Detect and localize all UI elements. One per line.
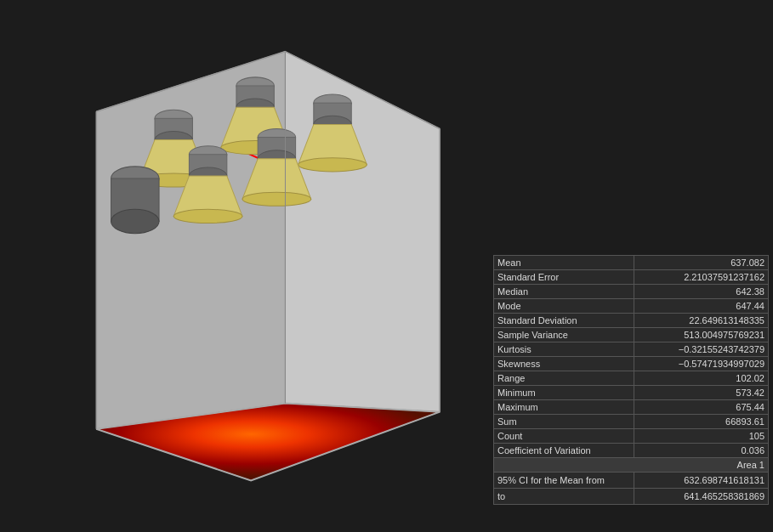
stat-label: Sum (494, 415, 634, 429)
ci-from-value: 632.698741618131 (634, 473, 769, 489)
area-label: Area 1 (494, 458, 769, 473)
statistics-table: Mean637.082Standard Error2.2103759123716… (493, 255, 769, 505)
stat-value: 102.02 (634, 371, 769, 386)
stat-label: Maximum (494, 400, 634, 415)
stat-value: 22.649613148335 (634, 314, 769, 328)
scene-area: L (0, 0, 485, 532)
stat-value: −0.57471934997029 (634, 357, 769, 371)
stats-row: Sample Variance513.004975769231 (494, 328, 769, 342)
stat-value: 642.38 (634, 285, 769, 299)
stat-label: Skewness (494, 357, 634, 371)
stat-value: 637.082 (634, 256, 769, 270)
stats-row: Sum66893.61 (494, 415, 769, 429)
stats-row: Kurtosis−0.32155243742379 (494, 342, 769, 357)
ci-to-value: 641.465258381869 (634, 489, 769, 505)
stats-panel: Mean637.082Standard Error2.2103759123716… (485, 0, 773, 532)
stat-label: Median (494, 285, 634, 299)
stats-row: Minimum573.42 (494, 386, 769, 400)
ci-row: 95% CI for the Mean from632.698741618131 (494, 473, 769, 489)
stats-row: Maximum675.44 (494, 400, 769, 415)
stats-row: Skewness−0.57471934997029 (494, 357, 769, 371)
stat-value: 0.036 (634, 444, 769, 458)
stats-row: Mode647.44 (494, 299, 769, 314)
stat-label: Sample Variance (494, 328, 634, 342)
stats-row: Coefficient of Variation0.036 (494, 444, 769, 458)
stat-value: −0.32155243742379 (634, 342, 769, 357)
stats-row: Median642.38 (494, 285, 769, 299)
stat-value: 513.004975769231 (634, 328, 769, 342)
stat-label: Range (494, 371, 634, 386)
stats-row: Range102.02 (494, 371, 769, 386)
svg-point-25 (111, 209, 160, 233)
stat-value: 675.44 (634, 400, 769, 415)
stat-value: 2.21037591237162 (634, 270, 769, 285)
stat-label: Coefficient of Variation (494, 444, 634, 458)
svg-point-35 (242, 192, 311, 206)
ci-label: 95% CI for the Mean from (494, 473, 634, 489)
svg-point-22 (298, 158, 367, 172)
stat-value: 66893.61 (634, 415, 769, 429)
stat-value: 105 (634, 429, 769, 444)
stats-header-row: Area 1 (494, 458, 769, 473)
stats-row: Standard Deviation22.649613148335 (494, 314, 769, 328)
stat-value: 573.42 (634, 386, 769, 400)
stat-label: Kurtosis (494, 342, 634, 357)
stat-label: Count (494, 429, 634, 444)
stat-label: Standard Deviation (494, 314, 634, 328)
ci-to-label: to (494, 489, 634, 505)
stat-label: Minimum (494, 386, 634, 400)
ci-to-row: to641.465258381869 (494, 489, 769, 505)
stats-row: Standard Error2.21037591237162 (494, 270, 769, 285)
stat-label: Mode (494, 299, 634, 314)
stats-row: Mean637.082 (494, 256, 769, 270)
stat-label: Mean (494, 256, 634, 270)
stats-row: Count105 (494, 429, 769, 444)
stat-label: Standard Error (494, 270, 634, 285)
svg-point-30 (173, 209, 242, 223)
stat-value: 647.44 (634, 299, 769, 314)
